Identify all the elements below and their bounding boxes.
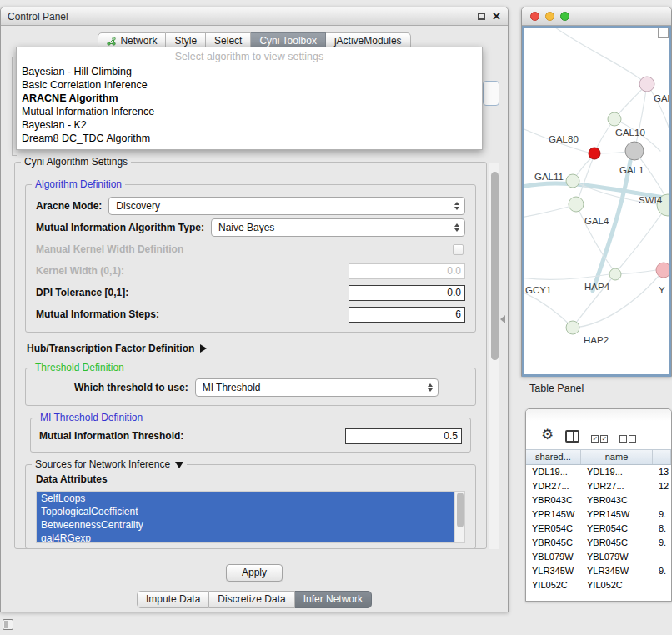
table-cell: YBR045C (581, 536, 653, 550)
bottom-tab-discretize-data[interactable]: Discretize Data (209, 591, 294, 608)
restore-panel-icon[interactable] (3, 619, 13, 630)
algorithm-option-mutual-information-inference[interactable]: Mutual Information Inference (17, 105, 482, 118)
network-node-right-pink[interactable] (656, 262, 670, 278)
table-cell: 8. (653, 522, 671, 536)
table-body: YDL19...YDL19...13YDR27...YDR27...12YBR0… (526, 465, 671, 592)
node-label-gal11: GAL11 (534, 172, 564, 182)
algorithm-placeholder: Select algorithm to view settings (17, 48, 482, 65)
float-window-icon[interactable] (478, 12, 485, 20)
splitter-handle[interactable] (500, 315, 505, 323)
expand-arrow-icon (200, 344, 207, 352)
bottom-tab-infer-network[interactable]: Infer Network (295, 591, 372, 608)
mi-threshold-row: Mutual Information Threshold: (39, 427, 462, 445)
table-row[interactable]: YDR27...YDR27...12 (526, 479, 671, 493)
control-panel-titlebar[interactable]: Control Panel ✕ (1, 8, 508, 26)
gear-icon[interactable]: ⚙ (541, 428, 554, 442)
algorithm-option-aracne-algorithm[interactable]: ARACNE Algorithm (17, 92, 482, 105)
mi-algorithm-type-combobox[interactable]: Naive Bayes (211, 218, 465, 237)
table-cell: YBL079W (581, 550, 653, 564)
attribute-item-topologicalcoefficient[interactable]: TopologicalCoefficient (37, 505, 454, 518)
table-row[interactable]: YER054CYER054C8. (526, 522, 671, 536)
combobox-stepper-icon (449, 223, 464, 232)
table-row[interactable]: YDL19...YDL19...13 (526, 465, 671, 479)
table-row[interactable]: YLR345WYLR345W9. (526, 564, 671, 578)
network-edge (619, 205, 668, 269)
table-cell: YDR27... (581, 479, 653, 493)
table-row[interactable]: YBR045CYBR045C9. (526, 536, 671, 550)
canvas-corner-button[interactable] (658, 28, 669, 38)
table-cell: YLR345W (581, 564, 653, 578)
manual-kernel-row: Manual Kernel Width Definition (34, 238, 467, 260)
bottom-tab-impute-data[interactable]: Impute Data (137, 591, 209, 608)
mi-steps-label: Mutual Information Steps: (36, 308, 159, 320)
column-header-name[interactable]: name (581, 450, 653, 464)
algorithm-option-basic-correlation-inference[interactable]: Basic Correlation Inference (17, 78, 482, 92)
hub-definition-toggle[interactable]: Hub/Transcription Factor Definition (27, 341, 474, 356)
attribute-item-betweennesscentrality[interactable]: BetweennessCentrality (37, 518, 454, 532)
node-label-gal4: GAL4 (584, 216, 609, 226)
bottom-tab-bar: Impute DataDiscretize DataInfer Network (1, 591, 508, 608)
table-cell: YDL19... (526, 465, 581, 479)
mi-steps-row: Mutual Information Steps: (34, 303, 467, 325)
deselect-all-checks-icon[interactable] (619, 435, 636, 442)
table-row[interactable]: YIL052CYIL052C (526, 578, 671, 592)
node-label-gcy1: GCY1 (525, 285, 551, 295)
window-title: Control Panel (8, 11, 68, 22)
mi-threshold-input[interactable] (345, 428, 462, 444)
network-node-hap2[interactable] (566, 321, 579, 334)
algorithm-option-bayesian-k2[interactable]: Bayesian - K2 (17, 118, 482, 132)
cyni-algorithm-settings-group: Cyni Algorithm Settings Algorithm Defini… (14, 162, 487, 549)
table-row[interactable]: YBR043CYBR043C (526, 493, 671, 508)
mi-threshold-definition-group: MI Threshold Definition Mutual Informati… (30, 418, 471, 452)
columns-icon[interactable] (565, 430, 579, 442)
algorithm-option-bayesian-hill-climbing[interactable]: Bayesian - Hill Climbing (17, 65, 482, 78)
table-row[interactable]: YPR145WYPR145W9. (526, 508, 671, 522)
apply-button[interactable]: Apply (226, 564, 283, 582)
table-cell: YPR145W (581, 508, 653, 522)
network-node-gal10[interactable] (608, 112, 621, 126)
network-node-mid-green[interactable] (609, 268, 621, 280)
network-node-gal11[interactable] (566, 174, 579, 188)
aracne-mode-row: Aracne Mode: Discovery (34, 195, 467, 217)
control-panel-window: Control Panel ✕ NetworkStyleSelectCyni T… (0, 7, 509, 612)
dpi-tolerance-input[interactable] (349, 285, 465, 301)
which-threshold-combobox[interactable]: MI Threshold (195, 378, 439, 397)
aracne-mode-combobox[interactable]: Discovery (108, 197, 465, 215)
settings-scrollbar-thumb[interactable] (491, 172, 499, 360)
attribute-item-gal4rgexp[interactable]: gal4RGexp (37, 532, 454, 543)
mi-threshold-definition-title: MI Threshold Definition (37, 412, 146, 424)
zoom-traffic-light-icon[interactable] (560, 12, 569, 21)
network-node-gal1-gray[interactable] (625, 142, 644, 160)
network-node-red[interactable] (589, 148, 600, 159)
list-scrollbar-thumb[interactable] (457, 492, 464, 528)
close-window-icon[interactable]: ✕ (492, 12, 501, 21)
table-cell: 13 (653, 465, 671, 479)
network-edge (524, 207, 569, 218)
table-row[interactable]: YBL079WYBL079W (526, 550, 671, 564)
node-label-gal1: GAL1 (619, 165, 644, 175)
network-canvas[interactable]: GALGAL80GAL10GAL11GAL1SWI4GAL4GCY1HAP4YH… (522, 26, 671, 377)
network-window-titlebar[interactable] (522, 8, 671, 26)
table-cell: 12 (653, 479, 671, 493)
tab-label: Discretize Data (218, 593, 285, 605)
network-edge (576, 204, 613, 269)
network-node-gal4[interactable] (569, 197, 584, 212)
minimize-traffic-light-icon[interactable] (545, 12, 554, 21)
sources-title[interactable]: Sources for Network Inference (32, 458, 187, 471)
network-node-top-pink[interactable] (639, 77, 654, 92)
attribute-item-selfloops[interactable]: SelfLoops (37, 492, 454, 505)
node-label-gal: GAL (654, 93, 670, 103)
select-all-checks-icon[interactable]: ✓✓ (591, 435, 608, 442)
mi-steps-input[interactable] (349, 307, 465, 322)
column-header-col3[interactable] (653, 450, 671, 464)
table-toolbar: ⚙ ✓✓ (526, 409, 671, 449)
list-scrollbar[interactable] (454, 492, 464, 542)
close-traffic-light-icon[interactable] (530, 12, 539, 21)
settings-scrollbar[interactable] (489, 162, 499, 549)
aracne-mode-value: Discovery (116, 200, 160, 212)
sources-group: Sources for Network Inference Data Attri… (25, 464, 476, 549)
node-label-hap4: HAP4 (584, 282, 610, 292)
algorithm-option-dream8-dc-tdc-algorithm[interactable]: Dream8 DC_TDC Algorithm (17, 132, 482, 145)
column-header-shared[interactable]: shared... (526, 450, 581, 464)
data-attributes-list[interactable]: SelfLoopsTopologicalCoefficientBetweenne… (36, 491, 465, 543)
